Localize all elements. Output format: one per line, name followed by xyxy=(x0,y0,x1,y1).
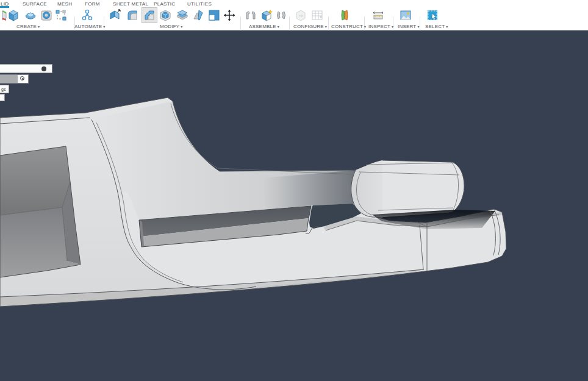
thumbnail-block xyxy=(0,75,18,83)
sketch-icon[interactable] xyxy=(54,8,68,23)
tab-surface[interactable]: SURFACE xyxy=(23,1,47,7)
tab-form[interactable]: FORM xyxy=(85,1,100,7)
chamfer-icon[interactable] xyxy=(142,8,157,23)
new-component-icon[interactable] xyxy=(259,8,274,23)
caret-down-icon: ▾ xyxy=(417,25,419,29)
caret-down-icon: ▾ xyxy=(103,25,105,29)
top-toolbar: LID SURFACE MESH FORM SHEET METAL PLASTI… xyxy=(0,0,588,30)
browser-row-fragment-small[interactable] xyxy=(0,94,5,101)
caret-down-icon: ▾ xyxy=(392,25,393,29)
visibility-radio-icon[interactable] xyxy=(20,76,24,80)
browser-header-fragment[interactable] xyxy=(0,64,52,73)
model-pocket xyxy=(0,146,81,277)
document-tabs: LID SURFACE MESH FORM SHEET METAL PLASTI… xyxy=(0,0,588,8)
split-body-icon[interactable] xyxy=(191,8,206,23)
group-configure[interactable]: CONFIGURE▾ xyxy=(293,24,327,29)
group-automate[interactable]: AUTOMATE▾ xyxy=(74,24,106,29)
group-modify[interactable]: MODIFY▾ xyxy=(160,24,183,29)
browser-row-fragment[interactable] xyxy=(0,74,29,84)
move-icon[interactable] xyxy=(222,8,237,23)
group-assemble[interactable]: ASSEMBLE▾ xyxy=(249,24,279,29)
combine-icon[interactable] xyxy=(175,8,190,23)
tab-sheet-metal[interactable]: SHEET METAL xyxy=(113,1,148,7)
select-icon[interactable] xyxy=(425,8,440,23)
joint-origin-icon[interactable] xyxy=(274,8,289,23)
hole-icon[interactable] xyxy=(39,8,54,23)
config-table-icon[interactable] xyxy=(310,8,324,23)
group-construct[interactable]: CONSTRUCT▾ xyxy=(331,24,366,29)
group-inspect[interactable]: INSPECT▾ xyxy=(368,24,393,29)
toolbar-icons xyxy=(0,8,588,24)
caret-down-icon: ▾ xyxy=(181,25,182,29)
browser-label-fragment[interactable]: gs xyxy=(0,85,9,93)
tab-mesh[interactable]: MESH xyxy=(57,1,72,7)
press-pull-icon[interactable] xyxy=(108,8,123,23)
measure-icon[interactable] xyxy=(371,8,385,23)
model-3d-clip xyxy=(0,30,588,381)
tab-plastic[interactable]: PLASTIC xyxy=(154,1,175,7)
group-create[interactable]: CREATE▾ xyxy=(16,24,40,29)
configuration-icon[interactable] xyxy=(293,8,308,23)
extrude-icon[interactable] xyxy=(6,8,21,23)
caret-down-icon: ▾ xyxy=(278,25,279,29)
caret-down-icon: ▾ xyxy=(446,25,448,29)
tab-utilities[interactable]: UTILITIES xyxy=(187,1,212,7)
caret-down-icon: ▾ xyxy=(325,25,327,29)
revolve-icon[interactable] xyxy=(23,8,38,23)
fillet-icon[interactable] xyxy=(125,8,140,23)
group-select[interactable]: SELECT▾ xyxy=(425,24,448,29)
collapse-dot-icon[interactable] xyxy=(41,66,46,71)
toolbar-group-labels: CREATE▾ AUTOMATE▾ MODIFY▾ ASSEMBLE▾ CONF… xyxy=(0,23,588,30)
caret-down-icon: ▾ xyxy=(38,25,40,29)
shell-icon[interactable] xyxy=(158,8,173,23)
caret-down-icon: ▾ xyxy=(364,25,366,29)
automate-nodes-icon[interactable] xyxy=(80,8,95,23)
fusion360-window: LID SURFACE MESH FORM SHEET METAL PLASTI… xyxy=(0,0,588,381)
group-insert[interactable]: INSERT▾ xyxy=(398,24,420,29)
scale-icon[interactable] xyxy=(207,8,221,23)
viewport-canvas[interactable]: gs ▾ ▾ ▾ ▾ xyxy=(0,30,588,381)
joint-icon[interactable] xyxy=(243,8,258,23)
construct-plane-icon[interactable] xyxy=(337,8,352,23)
insert-image-icon[interactable] xyxy=(398,8,413,23)
